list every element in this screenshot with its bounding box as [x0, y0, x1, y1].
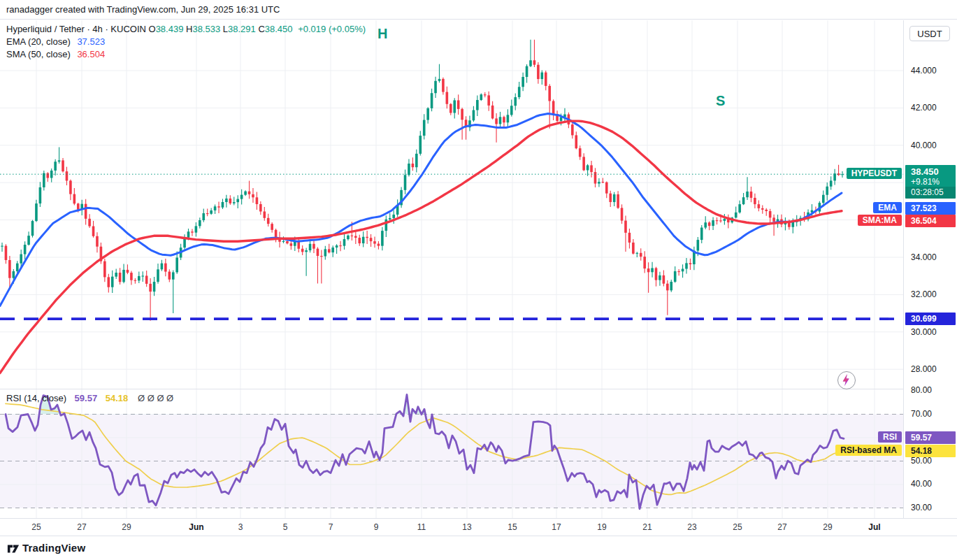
price-tick-label: 32.000 [911, 289, 937, 299]
time-tick-label: 29 [122, 522, 131, 532]
change-value: +0.019 (+0.05%) [298, 24, 366, 34]
symbol-title: Hyperliquid / Tether · 4h · KUCOIN [6, 24, 146, 34]
rsi-ma-value: 54.18 [106, 393, 129, 403]
indicator-legend: Hyperliquid / Tether · 4h · KUCOIN O38.4… [6, 23, 366, 61]
ohlc-value: 38.439 [156, 24, 184, 34]
time-tick-label: 5 [283, 522, 288, 532]
sma-value-badge: 36.504 [905, 215, 956, 227]
sma-legend-row[interactable]: SMA (50, close) 36.504 [6, 48, 366, 61]
ohlc-values: O38.439 H38.533 L38.291 C38.450 [149, 24, 293, 34]
symbol-name-badge: HYPEUSDT [847, 168, 902, 179]
time-tick-label: 3 [238, 522, 243, 532]
symbol-price-badge: 38.450 +9.81% 03:28:05 [905, 165, 956, 199]
time-tick-label: 27 [777, 522, 786, 532]
annotation-s: S [716, 93, 725, 109]
rsi-ma-value-badge: 54.18 [905, 445, 956, 457]
time-tick-label: 19 [597, 522, 606, 532]
rsi-value-badge: 59.57 [905, 431, 956, 444]
rsi-tick-label: 40.00 [911, 479, 932, 489]
rsi-value: 59.57 [75, 393, 98, 403]
rsi-pane-canvas[interactable] [0, 389, 903, 519]
rsi-legend-row[interactable]: RSI (14, close) 59.57 54.18 Ø Ø Ø Ø [6, 392, 173, 405]
time-tick-label: 21 [642, 522, 652, 532]
ema-value: 37.523 [77, 36, 105, 47]
price-tick-label: 44.000 [911, 66, 937, 76]
ohlc-key: O [149, 24, 156, 34]
time-axis[interactable]: 252729Jun357911131517192123252729Jul [0, 518, 957, 536]
price-tick-label: 42.000 [911, 103, 937, 113]
symbol-legend-row[interactable]: Hyperliquid / Tether · 4h · KUCOIN O38.4… [6, 23, 366, 36]
ema-label: EMA (20, close) [6, 36, 71, 47]
flash-order-icon[interactable] [837, 371, 856, 389]
rsi-empty-sets: Ø Ø Ø Ø [138, 393, 173, 403]
price-tick-label: 40.000 [911, 141, 937, 150]
rsi-tick-label: 70.00 [911, 409, 932, 419]
sma-name-badge: SMA:MA [858, 215, 902, 226]
annotation-h: H [377, 26, 387, 42]
rsi-tick-label: 80.00 [911, 385, 932, 395]
time-tick-label: 17 [552, 522, 561, 532]
footer-bar: TradingView [0, 536, 957, 560]
time-tick-label: 9 [374, 522, 379, 532]
ohlc-key: L [220, 24, 228, 34]
sma-value: 36.504 [77, 49, 105, 59]
sma-label: SMA (50, close) [6, 49, 71, 59]
time-tick-label: 29 [823, 522, 832, 532]
ema-name-badge: EMA [873, 202, 902, 213]
tradingview-chart-window: ranadagger created with TradingView.com,… [0, 0, 957, 560]
price-tick-label: 28.000 [911, 364, 937, 374]
price-scale[interactable]: USDT 44.00042.00040.00034.00032.00030.00… [903, 20, 957, 518]
attribution-bar: ranadagger created with TradingView.com,… [0, 0, 957, 20]
ohlc-key: C [256, 24, 265, 34]
attribution-text: ranadagger created with TradingView.com,… [6, 4, 280, 15]
currency-unit-button[interactable]: USDT [909, 26, 950, 41]
time-tick-label: Jun [189, 522, 203, 532]
tradingview-logo-icon[interactable] [7, 543, 20, 555]
ema-value-badge: 37.523 [905, 202, 956, 215]
rsi-label: RSI (14, close) [6, 393, 66, 403]
time-tick-label: 27 [77, 522, 86, 532]
price-pane-canvas[interactable] [0, 20, 903, 389]
rsi-name-badge: RSI [878, 431, 902, 443]
chart-area: Hyperliquid / Tether · 4h · KUCOIN O38.4… [0, 20, 957, 536]
ohlc-value: 38.291 [228, 24, 256, 34]
time-tick-label: 13 [462, 522, 471, 532]
support-line-badge: 30.699 [905, 313, 956, 325]
ohlc-value: 38.533 [192, 24, 220, 34]
ema-legend-row[interactable]: EMA (20, close) 37.523 [6, 36, 366, 48]
lightning-icon [838, 372, 854, 388]
time-tick-label: 25 [733, 522, 742, 532]
time-tick-label: 7 [329, 522, 333, 532]
time-tick-label: Jul [868, 522, 880, 532]
time-tick-label: 23 [687, 522, 696, 532]
time-tick-label: 11 [417, 522, 426, 532]
ohlc-value: 38.450 [265, 24, 293, 34]
time-tick-label: 15 [508, 522, 517, 532]
rsi-tick-label: 30.00 [911, 503, 932, 512]
tradingview-wordmark[interactable]: TradingView [22, 542, 85, 554]
price-tick-label: 34.000 [911, 252, 937, 262]
rsi-ma-name-badge: RSI-based MA [835, 445, 902, 456]
ohlc-key: H [183, 24, 192, 34]
price-tick-label: 30.000 [911, 327, 937, 337]
time-tick-label: 25 [31, 522, 41, 532]
